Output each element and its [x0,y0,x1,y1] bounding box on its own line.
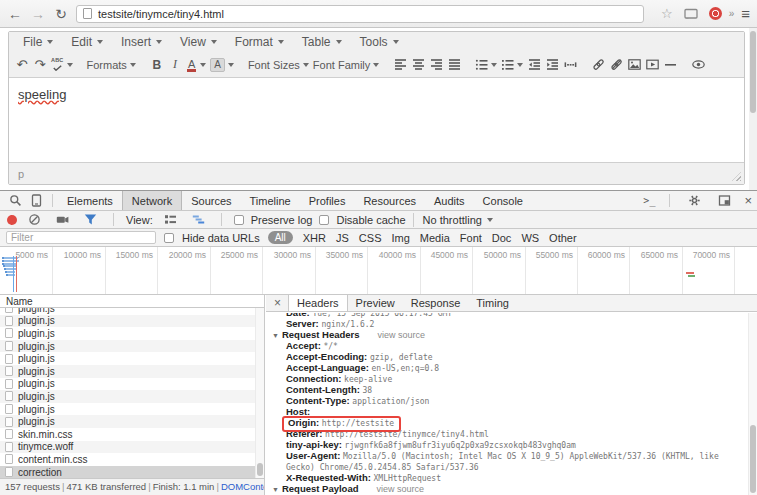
request-row[interactable]: content.min.css [0,453,264,466]
align-center-button[interactable] [409,54,427,76]
request-row[interactable]: plugin.js [0,327,264,340]
detail-tab-headers[interactable]: Headers [288,295,348,311]
tab-network[interactable]: Network [122,191,182,210]
outdent-button[interactable] [525,54,543,76]
preserve-log-checkbox[interactable] [234,215,244,225]
tab-console[interactable]: Console [474,191,532,210]
request-row[interactable]: plugin.js [0,352,264,365]
view-source-link[interactable]: view source [378,330,426,340]
undo-button[interactable]: ↶ [13,54,31,76]
address-bar[interactable]: testsite/tinymce/tiny4.html [76,5,644,23]
name-column-header[interactable]: Name [0,295,264,308]
scrollbar-thumb[interactable] [750,425,756,493]
cast-icon[interactable] [680,8,702,20]
record-extension-icon[interactable] [709,7,722,20]
filter-type-all[interactable]: All [268,231,293,244]
align-justify-button[interactable] [445,54,463,76]
pagebreak-button[interactable] [561,54,579,76]
preview-button[interactable] [689,54,707,76]
image-button[interactable] [625,54,643,76]
indent-button[interactable] [543,54,561,76]
console-drawer-icon[interactable]: >_ [643,195,655,206]
disclosure-triangle-icon[interactable]: ▼ [272,486,279,493]
menu-icon[interactable]: ≡ [741,5,750,22]
page-scrollbar[interactable] [749,28,757,190]
hide-data-urls-checkbox[interactable] [164,233,174,243]
timeline-overview[interactable]: 5000 ms10000 ms15000 ms20000 ms25000 ms3… [0,247,757,295]
request-row[interactable]: plugin.js [0,308,264,315]
request-row[interactable]: plugin.js [0,415,264,428]
view-list-icon[interactable] [160,213,181,226]
filter-type-other[interactable]: Other [549,232,577,244]
link-button[interactable] [589,54,607,76]
align-right-button[interactable] [427,54,445,76]
filter-type-xhr[interactable]: XHR [303,232,326,244]
tab-sources[interactable]: Sources [182,191,240,210]
tab-profiles[interactable]: Profiles [300,191,355,210]
tab-timeline[interactable]: Timeline [241,191,300,210]
menu-item-file[interactable]: File [14,32,62,52]
back-button[interactable]: ← [7,7,23,21]
menu-item-insert[interactable]: Insert [112,32,171,52]
request-row[interactable]: plugin.js [0,340,264,353]
request-row[interactable]: plugin.js [0,315,264,328]
hr-button[interactable] [661,54,679,76]
detail-tab-timing[interactable]: Timing [468,295,517,311]
numlist-button[interactable] [499,54,525,76]
page-scrollbar-thumb[interactable] [750,31,756,113]
backcolor-button[interactable]: A [208,54,236,76]
tab-audits[interactable]: Audits [425,191,474,210]
menu-item-tools[interactable]: Tools [351,32,408,52]
unlink-button[interactable] [607,54,625,76]
close-detail-icon[interactable]: × [267,296,288,310]
filter-type-img[interactable]: Img [391,232,409,244]
search-icon[interactable] [5,194,26,207]
forward-button[interactable]: → [30,7,46,21]
menu-item-view[interactable]: View [171,32,226,52]
close-icon[interactable]: × [744,193,752,208]
detail-tab-response[interactable]: Response [403,295,469,311]
misspelled-word[interactable]: speeling [18,87,66,102]
disable-cache-checkbox[interactable] [319,215,329,225]
align-left-button[interactable] [391,54,409,76]
bookmark-star-icon[interactable]: ☆ [661,6,673,21]
bold-button[interactable]: B [148,54,166,76]
overflow-icon[interactable]: » [729,8,735,19]
media-button[interactable] [643,54,661,76]
view-source-link[interactable]: view source [377,484,425,494]
redo-button[interactable]: ↷ [31,54,49,76]
forecolor-button[interactable]: A [184,54,208,76]
gear-icon[interactable] [684,194,705,207]
italic-button[interactable]: I [166,54,184,76]
view-waterfall-icon[interactable] [188,213,209,226]
spellcheck-button[interactable]: ABC [49,54,75,76]
filter-funnel-icon[interactable] [80,213,101,226]
reload-button[interactable]: ↻ [53,7,69,21]
request-row[interactable]: correction [0,466,264,478]
detail-tab-preview[interactable]: Preview [348,295,403,311]
formats-button[interactable]: Formats [85,54,138,76]
bullist-button[interactable] [473,54,499,76]
request-row[interactable]: plugin.js [0,390,264,403]
resize-grip[interactable] [732,172,741,181]
tab-elements[interactable]: Elements [58,191,122,210]
request-row[interactable]: plugin.js [0,365,264,378]
editor-content-area[interactable]: speeling [9,78,744,162]
dock-side-icon[interactable] [714,194,735,207]
clear-icon[interactable] [24,213,45,226]
element-path[interactable]: p [18,168,24,180]
request-row[interactable]: tinymce.woff [0,441,264,454]
tab-resources[interactable]: Resources [354,191,425,210]
disclosure-triangle-icon[interactable]: ▼ [272,332,279,339]
request-list-scrollbar[interactable] [255,308,264,478]
throttling-select[interactable]: No throttling [413,213,493,227]
font-sizes-button[interactable]: Font Sizes [246,54,311,76]
filter-type-ws[interactable]: WS [521,232,539,244]
filter-type-js[interactable]: JS [336,232,349,244]
filter-type-media[interactable]: Media [420,232,450,244]
record-button[interactable] [7,215,17,225]
request-row[interactable]: plugin.js [0,378,264,391]
headers-scrollbar[interactable] [748,313,757,495]
filter-type-font[interactable]: Font [460,232,482,244]
menu-item-table[interactable]: Table [293,32,351,52]
